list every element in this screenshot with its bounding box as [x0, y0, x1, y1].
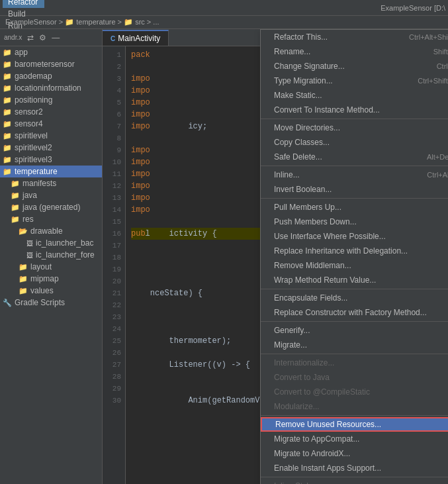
minimize-icon[interactable]: —: [50, 32, 61, 44]
sidebar-label: app: [15, 48, 28, 57]
refactor-menu-item-2[interactable]: Change Signature...Ctrl+F6: [261, 59, 448, 73]
andr-label: andr.x: [3, 32, 23, 42]
menu-item-label: Remove Middleman...: [274, 261, 351, 270]
sidebar-label: positioning: [15, 95, 52, 105]
sidebar-label: layout: [30, 262, 52, 271]
refactor-menu-item-15[interactable]: Push Members Down...: [261, 215, 448, 229]
menu-item-label: Enable Instant Apps Support...: [274, 463, 381, 473]
menu-item-shortcut: Shift+F6: [433, 48, 448, 56]
sidebar-label: res: [22, 215, 34, 224]
sidebar-item-temperature[interactable]: 📁temperature: [0, 166, 102, 177]
menu-item-label: Convert To Instance Method...: [274, 105, 380, 115]
sidebar-label: ic_launcher_bac: [36, 238, 93, 248]
sidebar-item-res[interactable]: 📁res: [0, 213, 102, 225]
sidebar-label: locationinformation: [15, 83, 81, 93]
refactor-menu-item-19[interactable]: Wrap Method Return Value...: [261, 273, 448, 287]
sidebar-item-ic_launcher_bac[interactable]: 🖼ic_launcher_bac: [0, 237, 102, 249]
sidebar-label: values: [30, 286, 54, 295]
menu-item-label: Replace Constructor with Factory Method.…: [274, 308, 427, 317]
menu-item-label: Make Static...: [274, 91, 322, 100]
sidebar-item-locationinformation[interactable]: 📁locationinformation: [0, 82, 102, 94]
refactor-menu-item-18[interactable]: Remove Middleman...: [261, 258, 448, 273]
menu-item-label: Push Members Down...: [274, 217, 357, 226]
menu-item-label: Inline Style...: [274, 481, 320, 484]
menu-separator: [261, 198, 448, 199]
menu-item-label: Migrate to AppCompat...: [274, 434, 359, 444]
editor-area: C MainActivity 1234567891011121314151617…: [103, 29, 448, 484]
menu-item-refactor[interactable]: Refactor: [3, 0, 44, 8]
sidebar-toolbar: andr.x ⇄ ⚙ —: [0, 29, 102, 46]
refactor-menu-item-37: Inline Style...: [261, 479, 448, 484]
refactor-menu-item-34[interactable]: Migrate to AndroidX...: [261, 446, 448, 461]
refactor-menu-item-32[interactable]: Remove Unused Resources...: [261, 417, 448, 432]
sidebar-item-ic_launcher_fore[interactable]: 🖼ic_launcher_fore: [0, 249, 102, 261]
sidebar-item-java[interactable]: 📁java: [0, 189, 102, 201]
sidebar-item-spiritlevel3[interactable]: 📁spiritlevel3: [0, 154, 102, 166]
refactor-menu-item-22[interactable]: Replace Constructor with Factory Method.…: [261, 305, 448, 320]
menu-item-shortcut: Ctrl+Alt+Shift+T: [409, 33, 448, 41]
refactor-menu-item-33[interactable]: Migrate to AppCompat...: [261, 432, 448, 446]
menu-item-label: Change Signature...: [274, 62, 345, 71]
window-title: ExampleSensor [D:\: [381, 4, 445, 12]
refactor-menu-item-25[interactable]: Migrate...: [261, 338, 448, 352]
sidebar-item-gaodemap[interactable]: 📁gaodemap: [0, 70, 102, 82]
gear-icon[interactable]: ⚙: [38, 32, 48, 44]
menu-item-label: Invert Boolean...: [274, 185, 332, 194]
menu-item-label: Inline...: [274, 170, 300, 179]
sidebar-item-values[interactable]: 📁values: [0, 285, 102, 297]
refactor-menu-item-5[interactable]: Convert To Instance Method...: [261, 103, 448, 117]
sidebar-item-sensor4[interactable]: 📁sensor4: [0, 118, 102, 130]
menu-separator: [261, 289, 448, 289]
refactor-menu-item-9[interactable]: Safe Delete...Alt+Delete: [261, 150, 448, 164]
refactor-menu-item-4[interactable]: Make Static...: [261, 88, 448, 103]
menu-item-label: Convert to @CompileStatic: [274, 387, 370, 397]
menu-item-shortcut: Ctrl+Alt+N: [427, 171, 448, 179]
sidebar-item-barometersensor[interactable]: 📁barometersensor: [0, 58, 102, 70]
sidebar-item-java-(generated)[interactable]: 📁java (generated): [0, 201, 102, 213]
menu-item-shortcut: Ctrl+Shift+F6: [418, 77, 448, 85]
refactor-menu-item-17[interactable]: Replace Inheritance with Delegation...: [261, 244, 448, 258]
refactor-menu-item-12[interactable]: Invert Boolean...: [261, 182, 448, 197]
sidebar-label: java: [22, 191, 37, 200]
refactor-menu-item-1[interactable]: Rename...Shift+F6: [261, 44, 448, 59]
refactor-menu-item-3[interactable]: Type Migration...Ctrl+Shift+F6: [261, 73, 448, 88]
sidebar-label: java (generated): [22, 203, 80, 212]
refactor-menu-item-35[interactable]: Enable Instant Apps Support...: [261, 461, 448, 475]
sidebar-item-app[interactable]: 📁app: [0, 46, 102, 58]
dropdown-overlay: Refactor This...Ctrl+Alt+Shift+TRename..…: [103, 29, 448, 484]
sidebar-item-positioning[interactable]: 📁positioning: [0, 94, 102, 106]
refactor-menu: Refactor This...Ctrl+Alt+Shift+TRename..…: [260, 29, 448, 484]
sidebar-item-mipmap[interactable]: 📁mipmap: [0, 273, 102, 285]
sidebar-label: gaodemap: [15, 72, 52, 81]
sidebar-label: sensor4: [15, 119, 43, 128]
sidebar-item-manifests[interactable]: 📁manifests: [0, 177, 102, 189]
menu-item-shortcut: Alt+Delete: [427, 153, 448, 161]
menu-item-label: Type Migration...: [274, 76, 333, 85]
menu-item-label: Migrate...: [274, 340, 307, 350]
menu-bar: EditViewNavigateCodeAnalyzeRefactorBuild…: [0, 0, 448, 16]
refactor-menu-item-14[interactable]: Pull Members Up...: [261, 200, 448, 215]
refactor-menu-item-7[interactable]: Move Directories...F6: [261, 121, 448, 135]
sidebar-item-gradle-scripts[interactable]: 🔧Gradle Scripts: [0, 297, 102, 309]
sidebar-item-sensor2[interactable]: 📁sensor2: [0, 106, 102, 118]
swap-icon[interactable]: ⇄: [26, 32, 35, 44]
sidebar-item-layout[interactable]: 📁layout: [0, 261, 102, 273]
menu-item-label: Remove Unused Resources...: [275, 420, 381, 429]
refactor-menu-item-21[interactable]: Encapsulate Fields...: [261, 291, 448, 305]
sidebar-label: ic_launcher_fore: [36, 250, 95, 260]
sidebar-item-drawable[interactable]: 📂drawable: [0, 225, 102, 237]
refactor-menu-item-16[interactable]: Use Interface Where Possible...: [261, 229, 448, 244]
menu-separator: [261, 477, 448, 477]
menu-item-shortcut: Ctrl+F6: [437, 62, 448, 70]
menu-item-label: Use Interface Where Possible...: [274, 232, 386, 241]
sidebar-item-spiritlevel[interactable]: 📁spiritlevel: [0, 130, 102, 142]
refactor-menu-item-24[interactable]: Generify...: [261, 323, 448, 338]
menu-item-label: Internationalize...: [274, 358, 334, 367]
title-bar: ExampleSensor > 📁 temperature > 📁 src > …: [0, 16, 448, 29]
refactor-menu-item-0[interactable]: Refactor This...Ctrl+Alt+Shift+T: [261, 30, 448, 44]
menu-item-label: Pull Members Up...: [274, 203, 341, 212]
sidebar-item-spiritlevel2[interactable]: 📁spiritlevel2: [0, 142, 102, 154]
refactor-menu-item-8[interactable]: Copy Classes...F5: [261, 135, 448, 150]
sidebar-label: spiritlevel2: [15, 143, 52, 152]
refactor-menu-item-11[interactable]: Inline...Ctrl+Alt+N: [261, 168, 448, 182]
